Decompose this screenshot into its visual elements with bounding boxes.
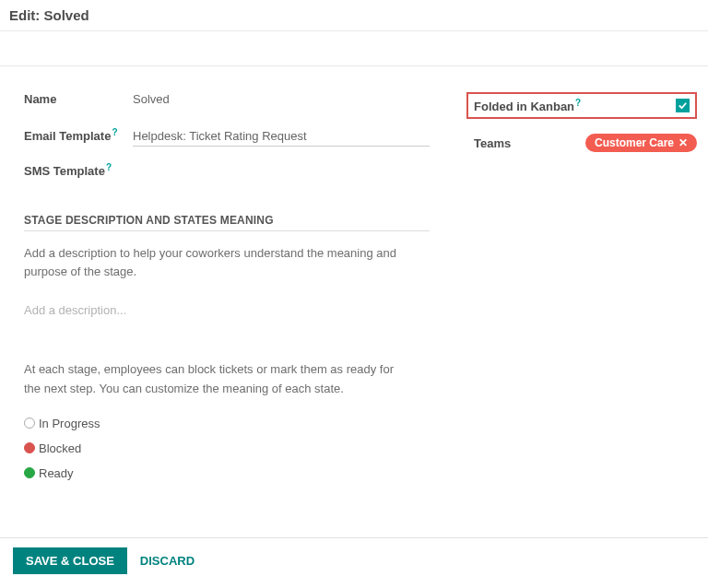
- email-template-label: Email Template?: [24, 127, 133, 143]
- section-help-text: Add a description to help your coworkers…: [24, 244, 411, 281]
- email-template-value[interactable]: [133, 127, 430, 147]
- state-label: Blocked: [39, 441, 81, 455]
- state-blocked[interactable]: Blocked: [24, 441, 430, 455]
- folded-label: Folded in Kanban?: [474, 98, 667, 113]
- state-label: Ready: [39, 466, 74, 480]
- team-tag[interactable]: Customer Care ✕: [585, 134, 697, 152]
- state-dot-icon: [24, 467, 35, 478]
- remove-icon[interactable]: ✕: [678, 136, 688, 149]
- teams-label: Teams: [474, 136, 585, 150]
- state-dot-icon: [24, 442, 35, 453]
- field-teams: Teams Customer Care ✕: [466, 134, 697, 152]
- email-template-input[interactable]: [133, 127, 430, 147]
- highlight-box: Folded in Kanban?: [466, 92, 697, 119]
- states-help-text: At each stage, employees can block ticke…: [24, 360, 411, 397]
- field-sms-template: SMS Template?: [24, 162, 430, 184]
- help-icon[interactable]: ?: [106, 162, 112, 172]
- name-label: Name: [24, 92, 133, 106]
- section-title: STAGE DESCRIPTION AND STATES MEANING: [24, 214, 430, 231]
- name-value[interactable]: Solved: [133, 92, 430, 106]
- dialog-header: Edit: Solved: [0, 0, 708, 31]
- help-icon[interactable]: ?: [575, 98, 581, 108]
- left-column: Name Solved Email Template? SMS Template…: [24, 92, 430, 491]
- sms-template-label: SMS Template?: [24, 162, 133, 178]
- state-label: In Progress: [39, 417, 100, 430]
- dialog-title: Edit: Solved: [9, 7, 699, 23]
- field-folded-kanban: Folded in Kanban?: [466, 92, 697, 119]
- save-close-button[interactable]: SAVE & CLOSE: [13, 547, 127, 574]
- state-in-progress[interactable]: In Progress: [24, 417, 430, 430]
- tag-label: Customer Care: [595, 136, 674, 149]
- dialog-footer: SAVE & CLOSE DISCARD: [0, 537, 708, 583]
- state-ready[interactable]: Ready: [24, 466, 430, 480]
- folded-checkbox[interactable]: [676, 99, 690, 112]
- check-icon: [678, 100, 688, 111]
- discard-button[interactable]: DISCARD: [140, 554, 195, 568]
- help-icon[interactable]: ?: [112, 127, 117, 137]
- field-email-template: Email Template?: [24, 127, 430, 149]
- state-dot-icon: [24, 417, 35, 429]
- form-body: Name Solved Email Template? SMS Template…: [0, 66, 708, 528]
- states-list: In Progress Blocked Ready: [24, 417, 430, 480]
- right-column: Folded in Kanban? Teams Customer Care ✕: [466, 92, 697, 491]
- toolbar-spacer: [0, 31, 708, 66]
- field-name: Name Solved: [24, 92, 430, 114]
- description-placeholder[interactable]: Add a description...: [24, 301, 411, 320]
